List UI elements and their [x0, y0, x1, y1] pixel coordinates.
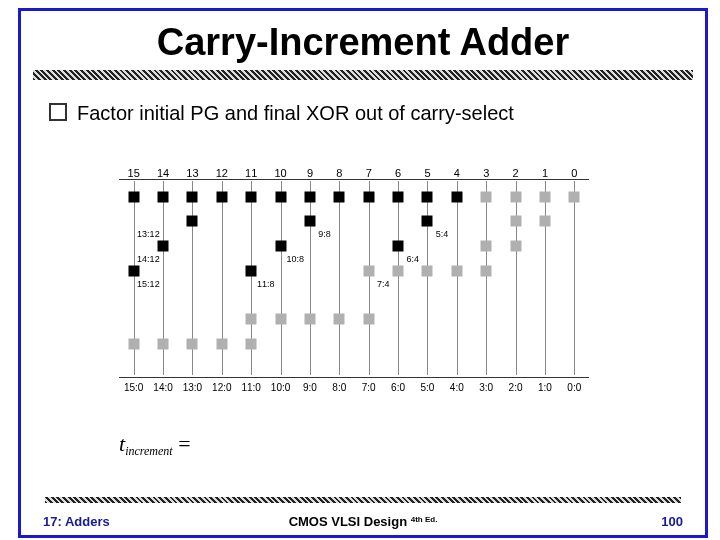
bit-index: 4 [454, 167, 460, 179]
footer-mid-text: CMOS VLSI Design [289, 514, 411, 529]
black-cell [422, 216, 433, 227]
column-line [369, 181, 370, 375]
equation: tincrement = [119, 431, 191, 459]
column-line [398, 181, 399, 375]
span-label: 13:12 [137, 229, 160, 239]
black-cell [246, 266, 257, 277]
span-label: 5:4 [436, 229, 449, 239]
column-line [427, 181, 428, 375]
black-cell [422, 192, 433, 203]
black-cell [216, 192, 227, 203]
diagram-top-line [119, 179, 589, 180]
bullet-text: Factor initial PG and final XOR out of c… [77, 102, 514, 124]
output-label: 5:0 [420, 382, 434, 393]
bit-index: 5 [424, 167, 430, 179]
diagram-bottom-line [119, 377, 589, 378]
bullet-box-icon [49, 103, 67, 121]
gray-cell [510, 241, 521, 252]
bit-index: 14 [157, 167, 169, 179]
gray-cell [158, 339, 169, 350]
gray-cell [539, 192, 550, 203]
output-label: 6:0 [391, 382, 405, 393]
bit-index: 6 [395, 167, 401, 179]
gray-cell [451, 266, 462, 277]
gray-cell [275, 314, 286, 325]
gray-cell [481, 192, 492, 203]
bit-index: 1 [542, 167, 548, 179]
gray-cell [187, 339, 198, 350]
output-label: 0:0 [567, 382, 581, 393]
gray-cell [481, 266, 492, 277]
gray-cell [246, 339, 257, 350]
output-label: 3:0 [479, 382, 493, 393]
output-label: 12:0 [212, 382, 231, 393]
output-label: 11:0 [241, 382, 260, 393]
black-cell [393, 241, 404, 252]
output-label: 9:0 [303, 382, 317, 393]
bit-index: 11 [245, 167, 257, 179]
footer-left: 17: Adders [43, 514, 110, 529]
span-label: 10:8 [286, 254, 304, 264]
footer-rule [45, 497, 681, 503]
output-label: 10:0 [271, 382, 290, 393]
gray-cell [569, 192, 580, 203]
output-label: 13:0 [183, 382, 202, 393]
footer-right: 100 [661, 514, 683, 529]
column-line [281, 181, 282, 375]
column-line [486, 181, 487, 375]
gray-cell [334, 314, 345, 325]
black-cell [246, 192, 257, 203]
column-line [339, 181, 340, 375]
column-line [574, 181, 575, 375]
output-label: 14:0 [153, 382, 172, 393]
gray-cell [304, 314, 315, 325]
gray-cell [216, 339, 227, 350]
gray-cell [539, 216, 550, 227]
black-cell [187, 216, 198, 227]
black-cell [451, 192, 462, 203]
output-label: 8:0 [332, 382, 346, 393]
gray-cell [128, 339, 139, 350]
bit-index: 12 [216, 167, 228, 179]
bit-index: 10 [274, 167, 286, 179]
black-cell [128, 266, 139, 277]
bit-index: 13 [186, 167, 198, 179]
span-label: 6:4 [406, 254, 419, 264]
title-rule [33, 70, 693, 80]
slide-title: Carry-Increment Adder [21, 21, 705, 64]
span-label: 9:8 [318, 229, 331, 239]
output-label: 1:0 [538, 382, 552, 393]
bullet-line: Factor initial PG and final XOR out of c… [49, 102, 705, 125]
column-line [457, 181, 458, 375]
gray-cell [393, 266, 404, 277]
black-cell [158, 241, 169, 252]
gray-cell [510, 192, 521, 203]
black-cell [393, 192, 404, 203]
output-label: 4:0 [450, 382, 464, 393]
black-cell [187, 192, 198, 203]
slide-frame: Carry-Increment Adder Factor initial PG … [18, 8, 708, 538]
column-line [310, 181, 311, 375]
footer-mid: CMOS VLSI Design 4th Ed. [289, 514, 438, 529]
span-label: 11:8 [257, 279, 275, 289]
black-cell [275, 192, 286, 203]
output-label: 15:0 [124, 382, 143, 393]
footer-ed: 4th Ed. [411, 515, 438, 524]
black-cell [128, 192, 139, 203]
gray-cell [246, 314, 257, 325]
bit-index: 2 [513, 167, 519, 179]
gray-cell [363, 314, 374, 325]
bit-index: 15 [128, 167, 140, 179]
equation-sub: increment [125, 444, 173, 458]
column-line [545, 181, 546, 375]
gray-cell [422, 266, 433, 277]
gray-cell [510, 216, 521, 227]
bit-index: 8 [336, 167, 342, 179]
column-line [516, 181, 517, 375]
bit-index: 7 [366, 167, 372, 179]
black-cell [275, 241, 286, 252]
span-label: 14:12 [137, 254, 160, 264]
black-cell [304, 192, 315, 203]
output-label: 7:0 [362, 382, 376, 393]
black-cell [304, 216, 315, 227]
